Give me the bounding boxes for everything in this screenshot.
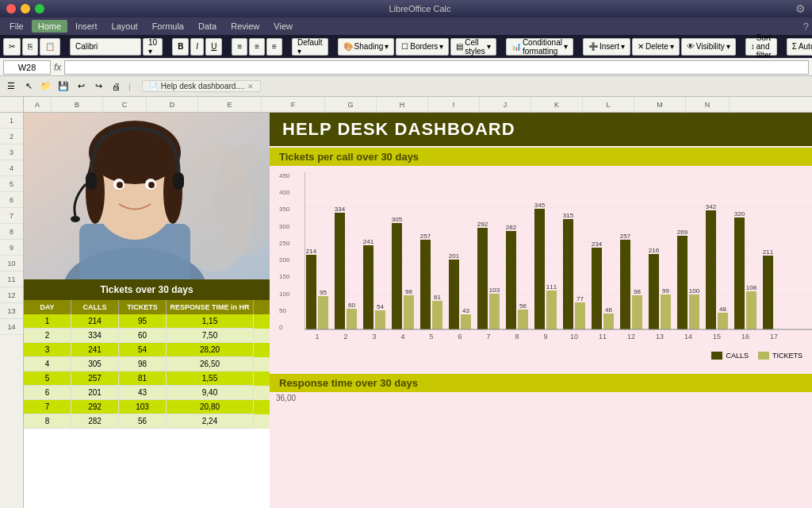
tb-new[interactable]: ☰ (3, 79, 19, 94)
row-header-5[interactable]: 5 (0, 176, 23, 192)
menu-insert[interactable]: Insert (69, 20, 104, 33)
maximize-dot[interactable] (35, 4, 44, 13)
table-cell[interactable]: 26,50 (167, 357, 254, 371)
row-header-10[interactable]: 10 (0, 256, 23, 271)
col-header-l[interactable]: L (583, 97, 634, 113)
tb-save[interactable]: 💾 (56, 79, 71, 94)
table-cell[interactable]: 241 (71, 343, 119, 357)
table-cell[interactable]: 214 (71, 314, 119, 329)
table-cell[interactable]: 257 (71, 371, 119, 386)
row-header-12[interactable]: 12 (0, 287, 23, 303)
row-header-9[interactable]: 9 (0, 240, 23, 256)
menu-formula[interactable]: Formula (146, 20, 190, 33)
underline-button[interactable]: U (205, 38, 222, 56)
cell-styles-button[interactable]: ▤ Cell styles ▾ (450, 38, 496, 56)
minimize-dot[interactable] (21, 4, 30, 13)
row-header-2[interactable]: 2 (0, 129, 23, 144)
table-cell[interactable]: 1,55 (167, 371, 254, 386)
cut-button[interactable]: ✂ (3, 38, 21, 56)
table-cell[interactable]: 20,80 (167, 400, 254, 414)
row-header-11[interactable]: 11 (0, 271, 23, 287)
col-header-n[interactable]: N (686, 97, 730, 113)
close-dot[interactable] (6, 4, 16, 13)
row-header-6[interactable]: 6 (0, 192, 23, 208)
menu-layout[interactable]: Layout (105, 20, 144, 33)
table-cell[interactable]: 305 (71, 357, 119, 371)
col-header-h[interactable]: H (377, 97, 428, 113)
table-cell[interactable]: 201 (71, 386, 119, 400)
delete-button[interactable]: ✕ Delete ▾ (632, 38, 680, 56)
shading-button[interactable]: 🎨 Shading ▾ (338, 38, 395, 56)
col-header-b[interactable]: B (52, 97, 103, 113)
row-header-1[interactable]: 1 (0, 113, 23, 129)
table-cell[interactable]: 2,24 (167, 414, 254, 429)
table-cell[interactable]: 95 (119, 314, 167, 329)
tb-cursor[interactable]: ↖ (21, 79, 36, 94)
table-cell[interactable]: 2 (24, 329, 71, 343)
table-cell[interactable]: 5 (24, 371, 71, 386)
table-cell[interactable]: 9,40 (167, 386, 254, 400)
table-cell[interactable]: 334 (71, 329, 119, 343)
col-header-c[interactable]: C (103, 97, 147, 113)
col-header-g[interactable]: G (325, 97, 377, 113)
col-header-m[interactable]: M (634, 97, 686, 113)
row-header-7[interactable]: 7 (0, 208, 23, 224)
table-cell[interactable]: 103 (119, 400, 167, 414)
align-right[interactable]: ≡ (266, 38, 282, 56)
table-cell[interactable]: 81 (119, 371, 167, 386)
autosum-button[interactable]: Σ Autosum ▾ (787, 38, 812, 56)
formula-input[interactable] (64, 60, 809, 75)
col-header-k[interactable]: K (531, 97, 583, 113)
table-cell[interactable]: 292 (71, 400, 119, 414)
table-cell[interactable]: 54 (119, 343, 167, 357)
italic-button[interactable]: I (190, 38, 204, 56)
help-icon[interactable]: ? (803, 21, 809, 33)
table-cell[interactable]: 8 (24, 414, 71, 429)
menu-review[interactable]: Review (224, 20, 266, 33)
font-name-input[interactable] (70, 38, 141, 56)
tb-open[interactable]: 📁 (38, 79, 54, 94)
col-header-e[interactable]: E (198, 97, 262, 113)
bold-button[interactable]: B (172, 38, 189, 56)
paste-button[interactable]: 📋 (40, 38, 60, 56)
copy-button[interactable]: ⎘ (22, 38, 38, 56)
align-center[interactable]: ≡ (249, 38, 265, 56)
table-cell[interactable]: 56 (119, 414, 167, 429)
settings-icon[interactable]: ⚙ (795, 2, 806, 15)
table-cell[interactable]: 7 (24, 400, 71, 414)
table-cell[interactable]: 6 (24, 386, 71, 400)
font-size-input[interactable]: 10 ▾ (143, 38, 163, 56)
sort-filter-button[interactable]: ↕ Sort and filter (745, 38, 777, 56)
insert-button[interactable]: ➕ Insert ▾ (583, 38, 630, 56)
row-header-14[interactable]: 14 (0, 319, 23, 335)
style-dropdown[interactable]: Default ▾ (292, 38, 328, 56)
menu-data[interactable]: Data (192, 20, 223, 33)
col-header-d[interactable]: D (147, 97, 198, 113)
tb-redo[interactable]: ↪ (90, 79, 106, 94)
col-header-a[interactable]: A (24, 97, 52, 113)
row-header-4[interactable]: 4 (0, 160, 23, 176)
menu-file[interactable]: File (3, 20, 30, 33)
menu-view[interactable]: View (267, 20, 299, 33)
tb-undo[interactable]: ↩ (73, 79, 89, 94)
row-header-8[interactable]: 8 (0, 224, 23, 240)
table-cell[interactable]: 1,15 (167, 314, 254, 329)
table-cell[interactable]: 43 (119, 386, 167, 400)
tb-print[interactable]: 🖨 (108, 79, 124, 94)
row-header-3[interactable]: 3 (0, 144, 23, 160)
table-cell[interactable]: 3 (24, 343, 71, 357)
visibility-button[interactable]: 👁 Visibility ▾ (681, 38, 736, 56)
conditional-formatting-button[interactable]: 📊 Conditional formatting ▾ (506, 38, 573, 56)
borders-button[interactable]: ☐ Borders ▾ (396, 38, 449, 56)
name-box[interactable] (3, 60, 51, 75)
table-cell[interactable]: 7,50 (167, 329, 254, 343)
col-header-j[interactable]: J (480, 97, 531, 113)
col-header-i[interactable]: I (428, 97, 480, 113)
menu-home[interactable]: Home (32, 20, 67, 33)
col-header-f[interactable]: F (262, 97, 325, 113)
table-cell[interactable]: 98 (119, 357, 167, 371)
row-header-13[interactable]: 13 (0, 303, 23, 319)
align-left[interactable]: ≡ (232, 38, 247, 56)
table-cell[interactable]: 282 (71, 414, 119, 429)
table-cell[interactable]: 1 (24, 314, 71, 329)
